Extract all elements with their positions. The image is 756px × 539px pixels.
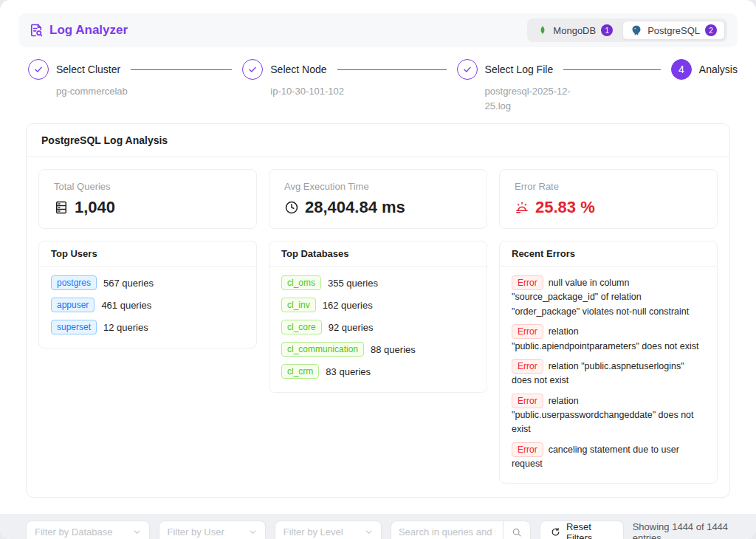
error-tag: Error bbox=[512, 359, 543, 374]
step-select-cluster[interactable]: Select Cluster pg-commercelab bbox=[28, 59, 242, 113]
total-queries-value: 1,040 bbox=[75, 198, 115, 217]
user-tag: postgres bbox=[51, 275, 97, 290]
postgresql-toggle-option[interactable]: PostgreSQL 2 bbox=[622, 21, 725, 40]
top-users-title: Top Users bbox=[39, 241, 256, 267]
summary-cards-row: Top Users postgres 567 queries appuser 4… bbox=[38, 241, 718, 484]
select-placeholder: Filter by User bbox=[168, 526, 224, 538]
chevron-down-icon bbox=[365, 528, 373, 536]
error-rate-value: 25.83 % bbox=[535, 198, 595, 217]
search-input[interactable] bbox=[391, 521, 503, 539]
step-title: Analysis bbox=[699, 63, 738, 75]
log-analyzer-app: Log Analyzer MongoDB 1 PostgreSQL 2 bbox=[0, 0, 756, 539]
list-item: appuser 461 queries bbox=[51, 298, 244, 312]
level-filter-select[interactable]: Filter by Level bbox=[275, 521, 382, 539]
stat-label: Total Queries bbox=[54, 181, 241, 192]
step-description: pg-commercelab bbox=[56, 84, 167, 99]
app-title-text: Log Analyzer bbox=[49, 23, 128, 38]
database-tag: cl_oms bbox=[281, 275, 321, 290]
user-filter-select[interactable]: Filter by User bbox=[159, 521, 266, 539]
top-databases-title: Top Databases bbox=[269, 241, 487, 267]
app-header: Log Analyzer MongoDB 1 PostgreSQL 2 bbox=[18, 13, 738, 47]
list-item: cl_core 92 queries bbox=[281, 320, 475, 334]
user-query-count: 461 queries bbox=[101, 300, 151, 311]
reset-filters-button[interactable]: Reset Filters bbox=[540, 521, 624, 539]
top-users-card: Top Users postgres 567 queries appuser 4… bbox=[38, 241, 257, 349]
check-circle-icon bbox=[457, 59, 478, 80]
error-tag: Error bbox=[512, 442, 543, 457]
reset-filters-label: Reset Filters bbox=[566, 521, 613, 539]
user-tag: superset bbox=[51, 320, 97, 334]
alarm-icon bbox=[515, 200, 529, 215]
user-query-count: 12 queries bbox=[103, 322, 148, 333]
check-circle-icon bbox=[28, 59, 49, 80]
step-select-log-file[interactable]: Select Log File postgresql-2025-12-25.lo… bbox=[457, 59, 671, 113]
database-query-count: 92 queries bbox=[329, 322, 374, 333]
error-item: Errornull value in column "source_packag… bbox=[512, 275, 705, 319]
clock-icon bbox=[284, 200, 299, 215]
search-button[interactable] bbox=[503, 521, 531, 539]
error-tag: Error bbox=[512, 324, 543, 339]
postgresql-elephant-icon bbox=[630, 24, 642, 36]
step-select-node[interactable]: Select Node ip-10-30-101-102 bbox=[242, 59, 456, 113]
database-query-count: 162 queries bbox=[323, 300, 373, 311]
list-item: superset 12 queries bbox=[51, 320, 244, 334]
log-table-section: Filter by Database Filter by User Filter… bbox=[0, 514, 756, 539]
mongodb-step-badge: 1 bbox=[601, 24, 613, 36]
filter-bar: Filter by Database Filter by User Filter… bbox=[26, 521, 756, 539]
step-number-badge: 4 bbox=[671, 59, 692, 80]
step-title: Select Log File bbox=[485, 63, 554, 75]
database-filter-select[interactable]: Filter by Database bbox=[26, 521, 150, 539]
step-title: Select Node bbox=[270, 63, 326, 75]
file-search-icon bbox=[29, 23, 44, 38]
check-circle-icon bbox=[242, 59, 263, 80]
analysis-panel-title: PostgreSQL Log Analysis bbox=[27, 124, 729, 157]
database-tag: cl_communication bbox=[281, 342, 364, 357]
reload-icon bbox=[551, 527, 560, 537]
server-icon bbox=[54, 200, 69, 215]
entries-count: Showing 1444 of 1444 entries bbox=[633, 521, 746, 539]
postgresql-label: PostgreSQL bbox=[647, 25, 700, 36]
mongodb-label: MongoDB bbox=[553, 25, 596, 36]
database-tag: cl_inv bbox=[281, 298, 316, 312]
step-connector bbox=[131, 69, 232, 70]
select-placeholder: Filter by Level bbox=[284, 526, 343, 538]
error-item: Errorrelation "public.aspnetuserlogins" … bbox=[512, 359, 705, 388]
avg-execution-time-card: Avg Execution Time 28,404.84 ms bbox=[269, 169, 487, 229]
recent-errors-title: Recent Errors bbox=[500, 241, 717, 267]
step-title: Select Cluster bbox=[56, 63, 120, 75]
chevron-down-icon bbox=[249, 528, 257, 536]
step-connector bbox=[337, 69, 447, 70]
user-tag: appuser bbox=[51, 298, 94, 312]
app-title: Log Analyzer bbox=[29, 23, 128, 38]
postgresql-step-badge: 2 bbox=[705, 24, 717, 36]
analysis-panel: PostgreSQL Log Analysis Total Queries 1,… bbox=[26, 123, 730, 498]
step-description: postgresql-2025-12-25.log bbox=[485, 84, 596, 113]
recent-errors-card: Recent Errors Errornull value in column … bbox=[499, 241, 718, 484]
stats-row: Total Queries 1,040 Avg Execution Time bbox=[38, 169, 718, 229]
database-type-toggle: MongoDB 1 PostgreSQL 2 bbox=[527, 18, 727, 42]
error-tag: Error bbox=[512, 275, 543, 290]
database-query-count: 88 queries bbox=[371, 344, 416, 355]
avg-execution-time-value: 28,404.84 ms bbox=[305, 198, 405, 217]
error-tag: Error bbox=[512, 394, 543, 408]
list-item: postgres 567 queries bbox=[51, 275, 244, 290]
step-connector bbox=[563, 69, 661, 70]
stat-label: Avg Execution Time bbox=[284, 181, 472, 192]
stat-label: Error Rate bbox=[515, 181, 702, 192]
search-icon bbox=[512, 527, 522, 538]
step-analysis[interactable]: 4 Analysis bbox=[671, 59, 738, 113]
list-item: cl_communication 88 queries bbox=[281, 342, 475, 357]
top-databases-card: Top Databases cl_oms 355 queries cl_inv … bbox=[269, 241, 487, 393]
select-placeholder: Filter by Database bbox=[35, 526, 113, 538]
user-query-count: 567 queries bbox=[103, 278, 154, 289]
database-tag: cl_crm bbox=[281, 364, 319, 379]
step-description: ip-10-30-101-102 bbox=[270, 84, 381, 99]
database-query-count: 355 queries bbox=[328, 278, 378, 289]
mongodb-toggle-option[interactable]: MongoDB 1 bbox=[529, 21, 621, 40]
progress-stepper: Select Cluster pg-commercelab Select Nod… bbox=[28, 59, 738, 113]
database-query-count: 83 queries bbox=[326, 366, 371, 377]
chevron-down-icon bbox=[133, 528, 141, 536]
error-rate-card: Error Rate 25.83 % bbox=[499, 169, 718, 229]
list-item: cl_inv 162 queries bbox=[281, 298, 475, 312]
list-item: cl_oms 355 queries bbox=[281, 275, 475, 290]
